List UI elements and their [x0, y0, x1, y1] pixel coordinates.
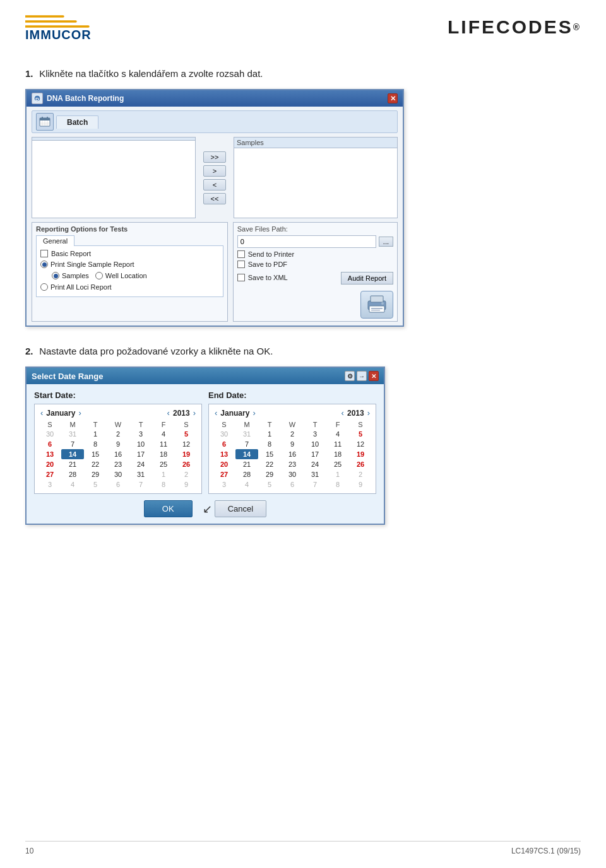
- calendar-day-cell[interactable]: 28: [61, 469, 84, 479]
- calendar-day-cell[interactable]: 15: [84, 449, 107, 459]
- batch-tab[interactable]: Batch: [56, 115, 98, 129]
- calendar-day-cell[interactable]: 2: [107, 429, 129, 439]
- transfer-all-left-btn[interactable]: <<: [203, 193, 226, 204]
- calendar-day-cell[interactable]: 9: [107, 439, 129, 449]
- calendar-day-cell[interactable]: 4: [326, 429, 349, 439]
- calendar-day-cell[interactable]: 1: [258, 429, 281, 439]
- transfer-right-btn[interactable]: >: [203, 165, 226, 177]
- calendar-day-cell[interactable]: 11: [326, 439, 349, 449]
- calendar-day-cell[interactable]: 21: [235, 459, 258, 469]
- cancel-button[interactable]: Cancel: [215, 500, 266, 517]
- calendar-day-cell[interactable]: 11: [152, 439, 175, 449]
- calendar-day-cell[interactable]: 24: [304, 459, 326, 469]
- calendar-day-cell[interactable]: 12: [349, 439, 372, 449]
- calendar-day-cell[interactable]: 9: [175, 479, 198, 490]
- calendar-day-cell[interactable]: 26: [349, 459, 372, 469]
- calendar-day-cell[interactable]: 20: [39, 459, 61, 469]
- dna-close-button[interactable]: ✕: [388, 93, 398, 103]
- end-year-prev-btn[interactable]: ‹: [340, 408, 346, 418]
- date-close-btn[interactable]: ✕: [369, 371, 379, 381]
- calendar-day-cell[interactable]: 6: [39, 439, 61, 449]
- print-all-radio[interactable]: [40, 283, 48, 291]
- calendar-day-cell[interactable]: 2: [281, 429, 304, 439]
- calendar-day-cell[interactable]: 1: [84, 429, 107, 439]
- send-to-printer-checkbox[interactable]: [237, 250, 245, 258]
- calendar-day-cell[interactable]: 10: [304, 439, 326, 449]
- calendar-day-cell[interactable]: 15: [258, 449, 281, 459]
- print-single-radio[interactable]: [40, 261, 48, 268]
- calendar-day-cell[interactable]: 13: [39, 449, 61, 459]
- calendar-day-cell[interactable]: 31: [235, 429, 258, 439]
- calendar-day-cell[interactable]: 29: [84, 469, 107, 479]
- calendar-day-cell[interactable]: 1: [152, 469, 175, 479]
- calendar-day-cell[interactable]: 25: [326, 459, 349, 469]
- general-tab[interactable]: General: [36, 235, 74, 246]
- audit-report-button[interactable]: Audit Report: [341, 272, 393, 284]
- calendar-day-cell[interactable]: 5: [349, 429, 372, 439]
- calendar-day-cell[interactable]: 5: [175, 429, 198, 439]
- calendar-day-cell[interactable]: 8: [258, 439, 281, 449]
- calendar-day-cell[interactable]: 12: [175, 439, 198, 449]
- calendar-toolbar-btn[interactable]: [36, 113, 54, 131]
- ok-button[interactable]: OK: [144, 500, 193, 517]
- save-to-pdf-checkbox[interactable]: [237, 261, 245, 268]
- calendar-day-cell[interactable]: 1: [326, 469, 349, 479]
- calendar-day-cell[interactable]: 16: [281, 449, 304, 459]
- calendar-day-cell[interactable]: 30: [213, 429, 235, 439]
- calendar-day-cell[interactable]: 4: [61, 479, 84, 490]
- well-location-radio[interactable]: [95, 272, 103, 279]
- calendar-day-cell[interactable]: 2: [175, 469, 198, 479]
- calendar-day-cell[interactable]: 8: [326, 479, 349, 490]
- calendar-day-cell[interactable]: 31: [304, 469, 326, 479]
- transfer-all-right-btn[interactable]: >>: [203, 151, 226, 163]
- calendar-day-cell[interactable]: 17: [129, 449, 152, 459]
- calendar-day-cell[interactable]: 19: [175, 449, 198, 459]
- samples-radio[interactable]: [52, 272, 59, 279]
- start-year-next-btn[interactable]: ›: [191, 408, 198, 418]
- end-month-prev-btn[interactable]: ‹: [213, 408, 219, 418]
- calendar-day-cell[interactable]: 13: [213, 449, 235, 459]
- calendar-day-cell[interactable]: 17: [304, 449, 326, 459]
- calendar-day-cell[interactable]: 30: [39, 429, 61, 439]
- calendar-day-cell[interactable]: 3: [39, 479, 61, 490]
- calendar-day-cell[interactable]: 20: [213, 459, 235, 469]
- save-to-xml-checkbox[interactable]: [237, 274, 245, 281]
- calendar-day-cell[interactable]: 26: [175, 459, 198, 469]
- calendar-day-cell[interactable]: 3: [129, 429, 152, 439]
- batch-list-area[interactable]: [32, 141, 195, 210]
- end-year-next-btn[interactable]: ›: [365, 408, 372, 418]
- calendar-day-cell[interactable]: 28: [235, 469, 258, 479]
- calendar-day-cell[interactable]: 14: [235, 449, 258, 459]
- calendar-day-cell[interactable]: 14: [61, 449, 84, 459]
- calendar-day-cell[interactable]: 6: [281, 479, 304, 490]
- samples-list-area[interactable]: [234, 148, 397, 218]
- start-month-next-btn[interactable]: ›: [76, 408, 83, 418]
- basic-report-checkbox[interactable]: [40, 250, 48, 257]
- calendar-day-cell[interactable]: 31: [129, 469, 152, 479]
- calendar-day-cell[interactable]: 2: [349, 469, 372, 479]
- calendar-day-cell[interactable]: 22: [258, 459, 281, 469]
- calendar-day-cell[interactable]: 5: [258, 479, 281, 490]
- calendar-day-cell[interactable]: 3: [304, 429, 326, 439]
- calendar-day-cell[interactable]: 10: [129, 439, 152, 449]
- calendar-day-cell[interactable]: 4: [152, 429, 175, 439]
- calendar-day-cell[interactable]: 7: [129, 479, 152, 490]
- calendar-day-cell[interactable]: 3: [213, 479, 235, 490]
- calendar-day-cell[interactable]: 19: [349, 449, 372, 459]
- date-arrow-btn[interactable]: →: [357, 371, 367, 381]
- calendar-day-cell[interactable]: 23: [281, 459, 304, 469]
- save-path-input[interactable]: [237, 235, 376, 248]
- calendar-day-cell[interactable]: 7: [304, 479, 326, 490]
- end-month-next-btn[interactable]: ›: [251, 408, 257, 418]
- calendar-day-cell[interactable]: 27: [39, 469, 61, 479]
- calendar-day-cell[interactable]: 9: [349, 479, 372, 490]
- calendar-day-cell[interactable]: 31: [61, 429, 84, 439]
- calendar-day-cell[interactable]: 4: [235, 479, 258, 490]
- browse-button[interactable]: ...: [379, 237, 393, 247]
- calendar-day-cell[interactable]: 6: [213, 439, 235, 449]
- calendar-day-cell[interactable]: 29: [258, 469, 281, 479]
- calendar-day-cell[interactable]: 18: [152, 449, 175, 459]
- calendar-day-cell[interactable]: 27: [213, 469, 235, 479]
- calendar-day-cell[interactable]: 30: [107, 469, 129, 479]
- calendar-day-cell[interactable]: 18: [326, 449, 349, 459]
